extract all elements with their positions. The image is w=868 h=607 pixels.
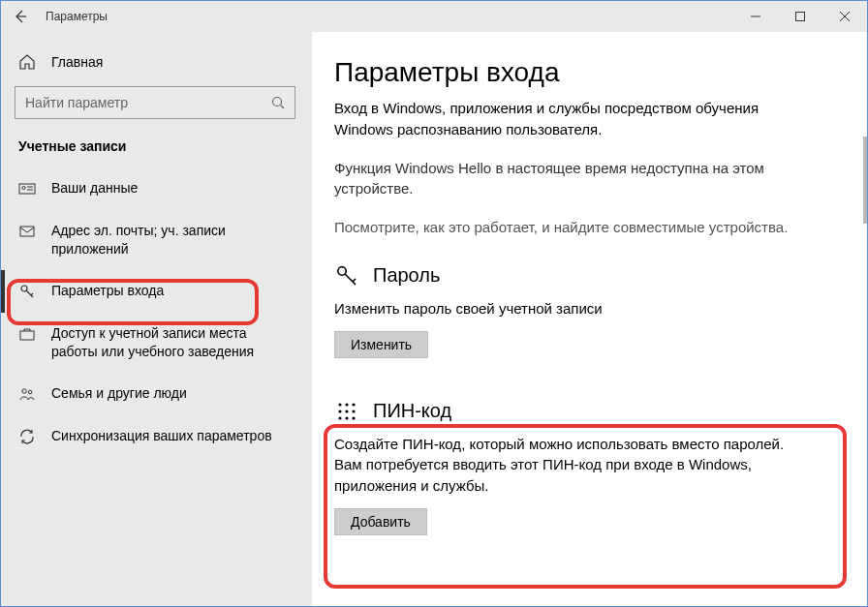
svg-point-24 — [338, 410, 341, 412]
svg-point-23 — [352, 403, 355, 406]
people-icon — [18, 385, 36, 403]
svg-point-21 — [338, 403, 341, 406]
svg-point-25 — [345, 410, 348, 412]
svg-rect-15 — [20, 331, 34, 340]
svg-rect-2 — [796, 13, 805, 21]
search-input[interactable] — [16, 87, 262, 118]
password-section-header: Пароль — [334, 263, 840, 288]
sync-icon — [18, 428, 36, 445]
sidebar-item-label: Ваши данные — [51, 179, 138, 197]
home-icon — [18, 53, 36, 71]
scrollbar[interactable] — [863, 137, 867, 224]
svg-line-19 — [345, 274, 356, 285]
search-icon — [262, 87, 294, 118]
svg-line-20 — [353, 279, 356, 282]
maximize-button[interactable] — [778, 1, 822, 32]
window-title: Параметры — [46, 10, 108, 23]
password-section-title: Пароль — [373, 264, 440, 287]
svg-point-27 — [338, 416, 341, 419]
svg-point-8 — [22, 186, 25, 189]
learn-more-link[interactable]: Посмотрите, как это работает, и найдите … — [334, 217, 790, 238]
add-pin-button[interactable]: Добавить — [334, 508, 427, 535]
mail-icon — [18, 223, 36, 240]
sidebar-item-label: Доступ к учетной записи места работы или… — [51, 324, 294, 361]
back-button[interactable] — [7, 3, 34, 30]
svg-point-26 — [352, 410, 355, 412]
sidebar-item-your-info[interactable]: Ваши данные — [1, 167, 312, 210]
home-label: Главная — [51, 54, 103, 70]
window-controls — [733, 1, 867, 32]
svg-point-29 — [352, 416, 355, 419]
svg-rect-11 — [20, 227, 34, 236]
sidebar-item-label: Адрес эл. почты; уч. записи приложений — [51, 222, 294, 258]
key-icon — [18, 283, 36, 300]
titlebar: Параметры — [1, 1, 867, 32]
sidebar-item-sync[interactable]: Синхронизация ваших параметров — [1, 415, 312, 458]
close-button[interactable] — [822, 1, 867, 32]
svg-rect-7 — [19, 184, 35, 194]
id-card-icon — [18, 180, 36, 197]
sidebar-item-family[interactable]: Семья и другие люди — [1, 373, 312, 415]
svg-point-22 — [345, 403, 348, 406]
svg-point-18 — [338, 267, 346, 275]
change-password-button[interactable]: Изменить — [334, 331, 428, 358]
pin-desc: Создайте ПИН-код, который можно использо… — [334, 434, 790, 497]
svg-point-28 — [345, 416, 348, 419]
key-icon — [334, 263, 359, 288]
home-nav[interactable]: Главная — [1, 44, 312, 80]
hello-unavailable-text: Функция Windows Hello в настоящее время … — [334, 158, 790, 200]
sidebar: Главная Учетные записи Ваши данные Адрес… — [1, 32, 313, 606]
svg-point-5 — [273, 98, 282, 106]
sidebar-item-signin-options[interactable]: Параметры входа — [1, 270, 312, 313]
intro-text: Вход в Windows, приложения и службы поср… — [334, 98, 790, 140]
sidebar-section-label: Учетные записи — [1, 131, 312, 167]
page-title: Параметры входа — [334, 57, 840, 88]
pin-section-header: ПИН-код — [334, 399, 840, 424]
search-box[interactable] — [15, 86, 295, 119]
briefcase-icon — [18, 325, 36, 343]
sidebar-item-label: Параметры входа — [51, 282, 164, 300]
sidebar-item-label: Синхронизация ваших параметров — [51, 427, 272, 445]
svg-line-14 — [31, 293, 33, 295]
svg-point-16 — [22, 388, 26, 392]
sidebar-item-work-access[interactable]: Доступ к учетной записи места работы или… — [1, 313, 312, 373]
minimize-button[interactable] — [733, 1, 778, 32]
keypad-icon — [334, 399, 359, 424]
sidebar-item-email-accounts[interactable]: Адрес эл. почты; уч. записи приложений — [1, 210, 312, 270]
sidebar-item-label: Семья и другие люди — [51, 384, 187, 403]
pin-section-title: ПИН-код — [373, 400, 451, 422]
svg-line-6 — [281, 106, 285, 109]
content: Параметры входа Вход в Windows, приложен… — [313, 32, 867, 606]
password-desc: Изменить пароль своей учетной записи — [334, 298, 790, 319]
svg-point-17 — [28, 390, 32, 394]
